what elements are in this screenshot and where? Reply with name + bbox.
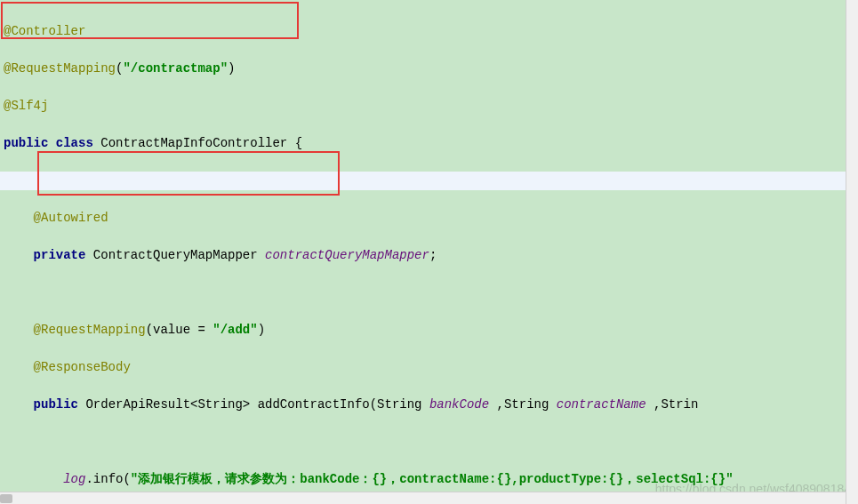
keyword: private: [34, 248, 86, 262]
horizontal-scrollbar[interactable]: [0, 492, 846, 504]
string-literal: "添加银行模板，请求参数为：bankCode：{}，contractName:{…: [131, 472, 734, 486]
field: contractQueryMapMapper: [265, 248, 429, 262]
code-line: [0, 284, 858, 302]
code-line: @Autowired: [0, 209, 858, 228]
param: bankCode: [429, 397, 489, 412]
string-literal: "/add": [212, 323, 257, 337]
annotation: @RequestMapping: [4, 323, 146, 337]
string-literal: "/contractmap": [123, 61, 228, 76]
scrollbar-thumb[interactable]: [0, 494, 12, 503]
annotation: @Controller: [4, 24, 85, 38]
param: contractName: [557, 397, 646, 412]
annotation: @ResponseBody: [4, 360, 131, 374]
annotation: @Autowired: [4, 211, 108, 225]
keyword: public: [34, 397, 78, 412]
code-line: private ContractQueryMapMapper contractQ…: [0, 246, 858, 265]
code-line-highlighted: [0, 172, 858, 190]
code-line: log.info("添加银行模板，请求参数为：bankCode：{}，contr…: [0, 470, 858, 489]
code-line: @Controller: [0, 22, 858, 41]
vertical-scrollbar[interactable]: [846, 0, 858, 504]
code-line: @RequestMapping("/contractmap"): [0, 60, 858, 78]
code-line: @Slf4j: [0, 97, 858, 116]
logger: log: [63, 472, 85, 486]
annotation: @RequestMapping: [4, 61, 116, 76]
code-line: @ResponseBody: [0, 358, 858, 377]
code-line: @RequestMapping(value = "/add"): [0, 321, 858, 340]
code-line: public class ContractMapInfoController {: [0, 134, 858, 153]
keyword: public class: [4, 136, 93, 150]
annotation: @Slf4j: [4, 99, 48, 113]
code-line: [0, 433, 858, 452]
code-line: public OrderApiResult<String> addContrac…: [0, 396, 858, 414]
code-editor[interactable]: @Controller @RequestMapping("/contractma…: [0, 0, 858, 504]
